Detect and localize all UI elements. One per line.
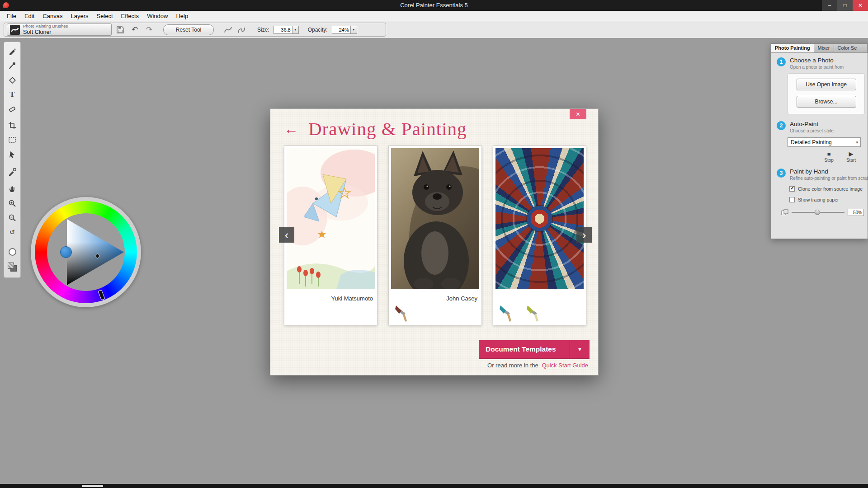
step-1-subtitle: Open a photo to paint from bbox=[790, 65, 844, 70]
step-3: 3 Paint by Hand Refine auto-painting or … bbox=[771, 168, 868, 181]
carousel-prev-button[interactable]: ‹ bbox=[279, 227, 294, 243]
size-input[interactable]: 36.8 bbox=[274, 26, 292, 34]
current-color-dot[interactable] bbox=[60, 246, 72, 258]
maximize-icon: □ bbox=[843, 2, 846, 9]
back-button[interactable]: ← bbox=[284, 122, 298, 136]
tracing-opacity-value[interactable]: 50% bbox=[848, 209, 864, 216]
opacity-dropdown-button[interactable]: ▼ bbox=[351, 26, 357, 34]
step-2-badge: 2 bbox=[777, 121, 786, 130]
brush-stroke-icon bbox=[10, 25, 20, 35]
menu-edit[interactable]: Edit bbox=[20, 11, 38, 21]
menu-file[interactable]: File bbox=[3, 11, 20, 21]
taskbar-fragment bbox=[82, 485, 103, 487]
dialog-close-button[interactable]: ✕ bbox=[570, 109, 586, 119]
used-brushes bbox=[391, 305, 479, 322]
paint-bucket-tool[interactable] bbox=[6, 74, 18, 86]
menu-window[interactable]: Window bbox=[143, 11, 172, 21]
menu-layers[interactable]: Layers bbox=[66, 11, 92, 21]
tutorial-card-watercolor[interactable]: Yuki Matsumoto bbox=[284, 145, 377, 325]
undo-button[interactable]: ↶ bbox=[129, 23, 141, 36]
rect-select-tool[interactable] bbox=[6, 134, 18, 146]
start-button[interactable]: ▶ Start bbox=[846, 151, 856, 163]
tracing-paper-label: Show tracing paper bbox=[798, 197, 839, 202]
clone-color-checkbox[interactable]: ✓ bbox=[789, 186, 795, 192]
main-color-swatch[interactable] bbox=[6, 246, 18, 258]
reset-tool-button[interactable]: Reset Tool bbox=[163, 24, 214, 35]
footer-text: Or read more in the bbox=[487, 362, 538, 369]
opacity-input[interactable]: 24% bbox=[332, 26, 351, 34]
stop-button[interactable]: ■ Stop bbox=[824, 151, 834, 163]
cursor-icon bbox=[8, 150, 17, 159]
freehand-stroke-button[interactable] bbox=[222, 23, 234, 36]
zoom-in-icon bbox=[8, 199, 17, 208]
menu-canvas[interactable]: Canvas bbox=[38, 11, 66, 21]
color-wheel bbox=[31, 197, 141, 307]
size-label: Size: bbox=[257, 27, 269, 33]
close-window-button[interactable]: ✕ bbox=[853, 0, 868, 11]
browse-button[interactable]: Browse... bbox=[797, 96, 856, 108]
menubar: File Edit Canvas Layers Select Effects W… bbox=[0, 11, 868, 21]
dialog-title: Drawing & Painting bbox=[308, 118, 467, 140]
zoom-out-tool[interactable] bbox=[6, 212, 18, 224]
straight-stroke-button[interactable] bbox=[236, 23, 247, 36]
photo-paint-tool[interactable] bbox=[6, 166, 18, 178]
chevron-down-icon: ▼ bbox=[570, 340, 590, 359]
dropper-icon bbox=[8, 61, 17, 70]
dropper-tool[interactable] bbox=[6, 60, 18, 71]
rotate-page-tool[interactable]: ↺ bbox=[6, 226, 18, 238]
toolbox: T ↺ bbox=[4, 42, 21, 278]
tab-color-set[interactable]: Color Se bbox=[834, 44, 868, 52]
chevron-down-icon: ▾ bbox=[856, 140, 860, 145]
size-dropdown-button[interactable]: ▼ bbox=[292, 26, 299, 34]
hand-tool[interactable] bbox=[6, 183, 18, 195]
quick-start-guide-link[interactable]: Quick Start Guide bbox=[542, 362, 588, 369]
tracing-opacity-slider[interactable] bbox=[792, 210, 844, 216]
tracing-paper-checkbox[interactable] bbox=[789, 197, 795, 202]
floppy-icon bbox=[116, 26, 124, 34]
panel-tabs: Photo Painting Mixer Color Se bbox=[771, 44, 868, 53]
cloner-brush-icon bbox=[8, 167, 17, 176]
brush-tool[interactable] bbox=[6, 45, 18, 57]
menu-effects[interactable]: Effects bbox=[117, 11, 143, 21]
tracing-paper-icon[interactable] bbox=[781, 209, 788, 216]
redo-button[interactable]: ↷ bbox=[143, 23, 155, 36]
status-bar bbox=[0, 484, 868, 488]
minimize-icon: – bbox=[828, 2, 831, 9]
artist-name bbox=[495, 295, 584, 302]
crop-tool[interactable] bbox=[6, 120, 18, 131]
tutorial-card-mandala[interactable] bbox=[493, 145, 586, 325]
slider-thumb[interactable] bbox=[815, 210, 820, 215]
menu-help[interactable]: Help bbox=[172, 11, 192, 21]
menu-select[interactable]: Select bbox=[92, 11, 117, 21]
use-open-image-button[interactable]: Use Open Image bbox=[797, 79, 856, 90]
tutorial-card-dog[interactable]: John Casey bbox=[388, 145, 482, 325]
document-templates-label: Document Templates bbox=[479, 345, 570, 353]
color-swatch-circle bbox=[9, 248, 16, 256]
layer-adjuster-tool[interactable] bbox=[6, 149, 18, 160]
carousel-next-button[interactable]: › bbox=[576, 227, 592, 243]
step-3-badge: 3 bbox=[777, 169, 786, 178]
paintbrush-icon-green bbox=[526, 305, 540, 322]
check-icon: ✓ bbox=[790, 185, 794, 191]
save-button[interactable] bbox=[114, 23, 126, 36]
preset-style-dropdown[interactable]: Detailed Painting ▾ bbox=[788, 137, 861, 147]
step-1-badge: 1 bbox=[777, 57, 786, 66]
text-tool[interactable]: T bbox=[6, 89, 18, 100]
photo-painting-panel: Photo Painting Mixer Color Se 1 Choose a… bbox=[771, 43, 868, 239]
tab-mixer[interactable]: Mixer bbox=[814, 44, 834, 52]
paper-swatches[interactable] bbox=[6, 261, 18, 273]
property-bar: Photo Painting Brushes Soft Cloner ↶ ↷ R… bbox=[0, 21, 868, 38]
tab-photo-painting[interactable]: Photo Painting bbox=[771, 44, 814, 52]
document-templates-button[interactable]: Document Templates ▼ bbox=[479, 340, 590, 359]
zoom-in-tool[interactable] bbox=[6, 197, 18, 209]
eraser-tool[interactable] bbox=[6, 103, 18, 115]
welcome-dialog: ✕ ← Drawing & Painting bbox=[270, 108, 599, 375]
saturation-triangle[interactable] bbox=[31, 197, 141, 307]
brush-selector[interactable]: Photo Painting Brushes Soft Cloner bbox=[7, 23, 112, 36]
close-icon: ✕ bbox=[858, 2, 863, 9]
step-2-title: Auto-Paint bbox=[790, 121, 834, 127]
dialog-header: ← Drawing & Painting bbox=[284, 118, 467, 140]
minimize-button[interactable]: – bbox=[822, 0, 837, 11]
maximize-button[interactable]: □ bbox=[837, 0, 853, 11]
dog-artwork-image bbox=[391, 148, 479, 289]
